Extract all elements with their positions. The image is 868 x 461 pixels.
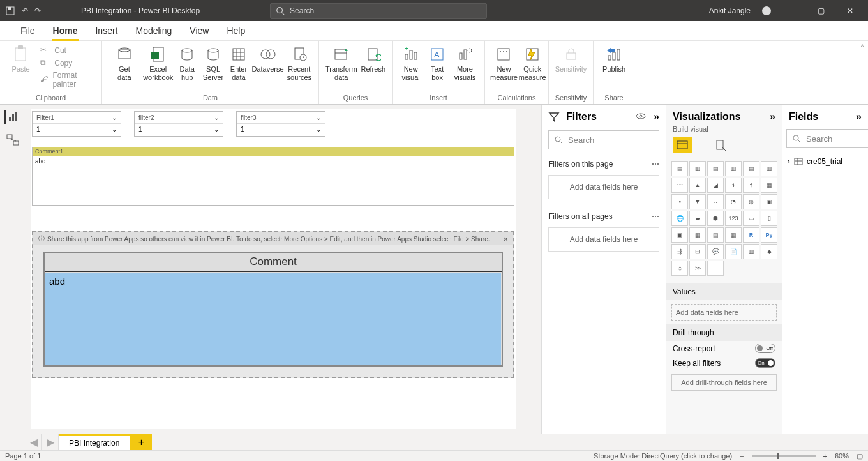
powerapps-visual[interactable]: ⓘ Share this app from Power Apps so othe… — [32, 231, 514, 378]
more-visuals-button[interactable]: More visuals — [451, 43, 479, 82]
user-name[interactable]: Ankit Jangle — [709, 6, 751, 15]
text-box-button[interactable]: AText box — [425, 43, 449, 82]
more-icon[interactable]: ⋯ — [652, 212, 659, 221]
viz-stacked-bar[interactable]: ▤ — [671, 161, 688, 176]
storage-mode[interactable]: Storage Mode: DirectQuery (click to chan… — [594, 452, 732, 460]
viz-treemap[interactable]: ▣ — [761, 194, 777, 209]
viz-scatter[interactable]: ∴ — [707, 194, 724, 209]
tab-help[interactable]: Help — [218, 21, 254, 40]
comment-visual[interactable]: Comment1 abd — [32, 147, 514, 206]
sql-server-button[interactable]: SQL Server — [201, 43, 226, 82]
comment-text-input[interactable]: abd — [45, 273, 501, 365]
viz-waterfall[interactable]: ▪ — [671, 194, 688, 209]
collapse-pane-icon[interactable]: » — [856, 111, 862, 123]
undo-icon[interactable]: ↶ — [22, 6, 28, 15]
get-data-button[interactable]: Get data — [107, 43, 142, 82]
copy-button[interactable]: ⧉Copy — [38, 57, 96, 69]
viz-py[interactable]: Py — [761, 227, 777, 243]
viz-pie[interactable]: ◔ — [725, 194, 742, 209]
viz-slicer[interactable]: ▦ — [689, 227, 706, 243]
maximize-button[interactable]: ▢ — [812, 6, 830, 15]
viz-get-more[interactable]: ≫ — [689, 261, 706, 276]
chevron-down-icon[interactable]: ⌄ — [316, 126, 321, 133]
viz-table[interactable]: ▤ — [707, 227, 724, 243]
slicer-filter1[interactable]: Filter1⌄ 1⌄ — [32, 111, 121, 137]
transform-data-button[interactable]: Transform data — [324, 43, 359, 82]
collapse-pane-icon[interactable]: » — [654, 111, 659, 123]
cut-button[interactable]: ✂Cut — [38, 45, 96, 56]
eye-icon[interactable] — [636, 111, 646, 123]
filters-search[interactable]: Search — [548, 130, 659, 149]
drill-fields-drop[interactable]: Add drill-through fields here — [671, 374, 777, 391]
cross-report-toggle[interactable]: Off — [755, 344, 775, 353]
redo-icon[interactable]: ↷ — [34, 6, 41, 15]
keep-filters-toggle[interactable]: On — [755, 358, 775, 368]
viz-key-influencers[interactable]: ⇶ — [671, 244, 688, 259]
data-hub-button[interactable]: Data hub — [175, 43, 200, 82]
viz-kpi[interactable]: ▣ — [671, 227, 688, 243]
viz-r[interactable]: R — [743, 227, 760, 243]
viz-powerapps[interactable]: ◆ — [761, 244, 777, 259]
avatar[interactable] — [762, 6, 771, 15]
slicer-filter3[interactable]: filter3⌄ 1⌄ — [236, 111, 326, 137]
viz-azure-map[interactable]: ⬢ — [707, 211, 724, 226]
viz-paginated[interactable]: ▥ — [743, 244, 760, 259]
close-tip-icon[interactable]: × — [503, 234, 508, 244]
viz-stacked-column[interactable]: ▥ — [689, 161, 706, 176]
add-page-button[interactable]: + — [130, 434, 152, 450]
chevron-down-icon[interactable]: ⌄ — [112, 126, 117, 133]
viz-stacked-area[interactable]: ◢ — [707, 178, 724, 193]
tab-insert[interactable]: Insert — [86, 21, 126, 40]
chevron-down-icon[interactable]: ⌄ — [214, 114, 219, 121]
enter-data-button[interactable]: Enter data — [227, 43, 250, 82]
format-visual-mode[interactable] — [711, 137, 730, 153]
save-icon[interactable] — [5, 6, 15, 16]
page-prev[interactable]: ◀ — [26, 434, 42, 450]
page-tab[interactable]: PBI Integration — [59, 434, 130, 450]
global-search[interactable]: Search — [270, 3, 487, 19]
report-canvas[interactable]: Filter1⌄ 1⌄ filter2⌄ 1⌄ filter3⌄ 1⌄ Comm… — [31, 109, 516, 429]
report-view-button[interactable] — [4, 110, 20, 124]
sensitivity-button[interactable]: Sensitivity — [554, 43, 588, 73]
filters-page-drop[interactable]: Add data fields here — [548, 175, 659, 199]
new-measure-button[interactable]: New measure — [490, 43, 518, 82]
publish-button[interactable]: Publish — [599, 43, 629, 73]
format-painter-button[interactable]: 🖌Format painter — [38, 70, 96, 89]
slicer-filter2[interactable]: filter2⌄ 1⌄ — [134, 111, 223, 137]
viz-clustered-column[interactable]: ▥ — [725, 161, 742, 176]
viz-map[interactable]: 🌐 — [671, 211, 688, 226]
recent-sources-button[interactable]: Recent sources — [285, 43, 313, 82]
viz-card[interactable]: ▭ — [743, 211, 760, 226]
tab-file[interactable]: File — [11, 21, 44, 40]
zoom-out[interactable]: − — [740, 452, 744, 460]
minimize-button[interactable]: — — [782, 6, 800, 15]
viz-100-column[interactable]: ▥ — [761, 161, 777, 176]
viz-more[interactable]: ⋯ — [707, 261, 724, 276]
viz-automate[interactable]: ◇ — [671, 261, 688, 276]
tab-home[interactable]: Home — [44, 21, 87, 40]
table-item[interactable]: › cre05_trial — [782, 153, 868, 170]
chevron-down-icon[interactable]: ⌄ — [214, 126, 219, 133]
zoom-slider[interactable] — [752, 455, 816, 457]
more-icon[interactable]: ⋯ — [652, 160, 659, 169]
viz-line[interactable]: 〰 — [671, 178, 688, 193]
viz-matrix[interactable]: ▦ — [725, 227, 742, 243]
collapse-pane-icon[interactable]: » — [770, 111, 775, 123]
viz-100-bar[interactable]: ▤ — [743, 161, 760, 176]
model-view-button[interactable] — [4, 133, 21, 147]
viz-funnel[interactable]: ▼ — [689, 194, 706, 209]
paste-button[interactable]: Paste — [5, 43, 36, 73]
viz-gauge[interactable]: 123 — [725, 211, 742, 226]
filters-all-drop[interactable]: Add data fields here — [548, 227, 659, 252]
refresh-button[interactable]: Refresh — [360, 43, 387, 73]
viz-clustered-bar[interactable]: ▤ — [707, 161, 724, 176]
viz-ribbon[interactable]: ▦ — [761, 178, 777, 193]
new-visual-button[interactable]: +New visual — [398, 43, 424, 82]
tab-modeling[interactable]: Modeling — [126, 21, 181, 40]
viz-values-drop[interactable]: Add data fields here — [671, 304, 777, 321]
viz-narrative[interactable]: 📄 — [725, 244, 742, 259]
build-visual-mode[interactable] — [673, 137, 692, 153]
viz-line-clustered[interactable]: ⫯ — [743, 178, 760, 193]
collapse-ribbon-icon[interactable]: ＾ — [859, 42, 865, 51]
viz-multi-card[interactable]: ▯ — [761, 211, 777, 226]
